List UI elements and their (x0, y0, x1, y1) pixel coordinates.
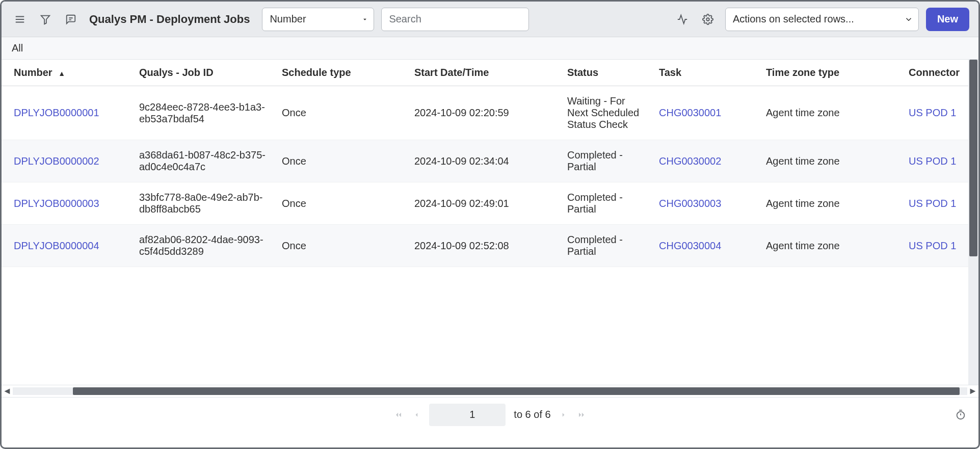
cell-number-link[interactable]: DPLYJOB0000004 (14, 240, 99, 251)
col-header-tz[interactable]: Time zone type (761, 60, 904, 86)
svg-marker-3 (41, 15, 50, 23)
cell-connector-link[interactable]: US POD 1 (909, 107, 956, 118)
activity-button[interactable] (673, 10, 692, 29)
cell-jobid: af82ab06-8202-4dae-9093-c5f4d5dd3289 (134, 225, 277, 267)
cell-jobid: 33bfc778-8a0e-49e2-ab7b-db8ff8abcb65 (134, 182, 277, 225)
cell-task-link[interactable]: CHG0030001 (659, 107, 721, 118)
double-chevron-left-icon (393, 410, 404, 420)
cell-status: Completed - Partial (562, 140, 654, 182)
pager-last[interactable] (576, 410, 587, 420)
sort-asc-icon: ▲ (58, 69, 65, 77)
toolbar: Qualys PM - Deployment Jobs Number Actio… (2, 2, 978, 37)
gear-icon (702, 14, 713, 25)
chevron-down-icon (904, 15, 913, 24)
cell-connector-link[interactable]: US POD 1 (909, 155, 956, 167)
table-row[interactable]: DPLYJOB0000002a368da61-b087-48c2-b375-ad… (2, 140, 978, 182)
page-title: Qualys PM - Deployment Jobs (89, 13, 250, 26)
data-table: Number ▲ Qualys - Job ID Schedule type S… (2, 60, 978, 267)
hscroll-left-arrow[interactable]: ◄ (2, 385, 13, 397)
menu-button[interactable] (11, 10, 29, 29)
cell-tz: Agent time zone (761, 140, 904, 182)
cell-status: Waiting - For Next Scheduled Status Chec… (562, 86, 654, 140)
settings-button[interactable] (699, 10, 717, 29)
cell-start: 2024-10-09 02:34:04 (409, 140, 562, 182)
hscroll-thumb[interactable] (73, 387, 960, 395)
actions-select-label: Actions on selected rows... (733, 13, 854, 25)
new-button[interactable]: New (926, 8, 969, 31)
comment-button[interactable] (62, 10, 80, 29)
hscroll-right-arrow[interactable]: ► (967, 385, 978, 397)
search-field-selected: Number (270, 13, 306, 25)
cell-jobid: a368da61-b087-48c2-b375-ad0c4e0c4a7c (134, 140, 277, 182)
chevron-right-icon (559, 410, 568, 419)
chevron-left-icon (412, 410, 421, 419)
cell-jobid: 9c284eec-8728-4ee3-b1a3-eb53a7bdaf54 (134, 86, 277, 140)
filter-bar: All (2, 37, 978, 60)
hscroll-track[interactable] (13, 387, 967, 395)
filter-label[interactable]: All (12, 42, 23, 54)
cell-task-link[interactable]: CHG0030004 (659, 240, 721, 251)
timer-button[interactable] (955, 409, 966, 420)
cell-number-link[interactable]: DPLYJOB0000001 (14, 107, 99, 118)
vertical-scrollbar[interactable] (968, 60, 978, 385)
search-input[interactable] (381, 8, 529, 31)
cell-start: 2024-10-09 02:20:59 (409, 86, 562, 140)
cell-number-link[interactable]: DPLYJOB0000003 (14, 198, 99, 209)
menu-icon (14, 14, 25, 25)
filter-icon (40, 14, 51, 25)
cell-number-link[interactable]: DPLYJOB0000002 (14, 155, 99, 167)
table-row[interactable]: DPLYJOB00000019c284eec-8728-4ee3-b1a3-eb… (2, 86, 978, 140)
cell-status: Completed - Partial (562, 225, 654, 267)
svg-point-6 (706, 18, 709, 21)
activity-icon (677, 14, 688, 25)
cell-task-link[interactable]: CHG0030003 (659, 198, 721, 209)
table-container: Number ▲ Qualys - Job ID Schedule type S… (2, 60, 978, 385)
pager-first[interactable] (393, 410, 404, 420)
cell-schedule: Once (277, 140, 409, 182)
comment-icon (65, 14, 76, 25)
page-number-box[interactable]: 1 (429, 404, 506, 426)
footer: 1 to 6 of 6 (2, 397, 978, 432)
chevron-down-icon (361, 16, 368, 23)
horizontal-scrollbar[interactable]: ◄ ► (2, 385, 978, 397)
cell-schedule: Once (277, 86, 409, 140)
vertical-scrollbar-thumb[interactable] (969, 60, 977, 256)
page-number: 1 (469, 409, 475, 420)
pager: 1 to 6 of 6 (393, 404, 586, 426)
cell-schedule: Once (277, 225, 409, 267)
cell-start: 2024-10-09 02:52:08 (409, 225, 562, 267)
cell-tz: Agent time zone (761, 86, 904, 140)
filter-button[interactable] (36, 10, 55, 29)
col-header-connector[interactable]: Connector (904, 60, 978, 86)
cell-connector-link[interactable]: US POD 1 (909, 240, 956, 251)
actions-select[interactable]: Actions on selected rows... (725, 8, 919, 31)
table-row[interactable]: DPLYJOB0000004af82ab06-8202-4dae-9093-c5… (2, 225, 978, 267)
col-header-schedule[interactable]: Schedule type (277, 60, 409, 86)
cell-status: Completed - Partial (562, 182, 654, 225)
cell-schedule: Once (277, 182, 409, 225)
col-header-jobid[interactable]: Qualys - Job ID (134, 60, 277, 86)
cell-tz: Agent time zone (761, 182, 904, 225)
page-range-text: to 6 of 6 (514, 409, 550, 420)
table-row[interactable]: DPLYJOB000000333bfc778-8a0e-49e2-ab7b-db… (2, 182, 978, 225)
search-field-select[interactable]: Number (262, 8, 374, 31)
cell-start: 2024-10-09 02:49:01 (409, 182, 562, 225)
col-header-status[interactable]: Status (562, 60, 654, 86)
pager-prev[interactable] (412, 410, 421, 419)
double-chevron-right-icon (576, 410, 587, 420)
col-header-number[interactable]: Number ▲ (2, 60, 134, 86)
cell-connector-link[interactable]: US POD 1 (909, 198, 956, 209)
col-header-task[interactable]: Task (654, 60, 761, 86)
cell-task-link[interactable]: CHG0030002 (659, 155, 721, 167)
pager-next[interactable] (559, 410, 568, 419)
cell-tz: Agent time zone (761, 225, 904, 267)
col-header-start[interactable]: Start Date/Time (409, 60, 562, 86)
timer-icon (955, 409, 966, 420)
